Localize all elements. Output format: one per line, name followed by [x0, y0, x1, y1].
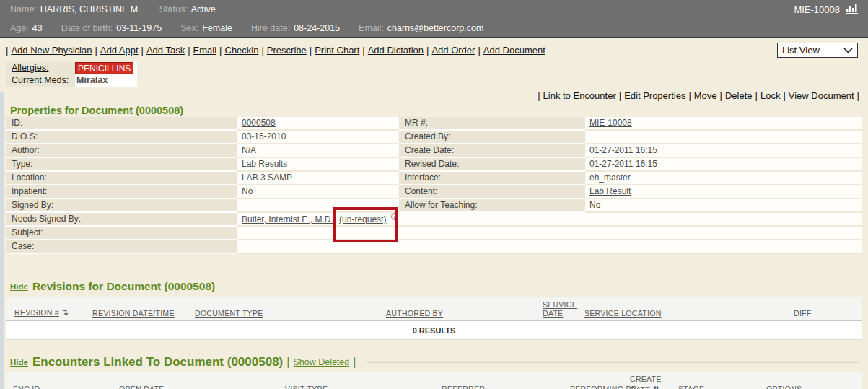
col-create-date-bottom: DATE⇅ [630, 385, 660, 389]
table-row: ID: 0000508 MR #: MIE-10008 [6, 117, 862, 131]
signer-link[interactable]: Butler, Internist E., M.D. [242, 214, 333, 224]
revised-date-value: 01-27-2011 16:15 [585, 158, 862, 172]
revisions-section-header: Hide Revisions for Document (0000508) [10, 280, 859, 293]
col-visit-type: VISIT TYPE [285, 385, 328, 389]
col-authored-by: AUTHORED BY [386, 309, 443, 318]
lock-link[interactable]: Lock [760, 90, 780, 101]
move-link[interactable]: Move [694, 90, 717, 101]
add-order-link[interactable]: Add Order [431, 45, 475, 56]
sort-desc-icon: ↴ [61, 307, 69, 318]
col-create-date-top: CREATE [630, 375, 662, 383]
table-row: Case: [6, 240, 862, 254]
demographic-item: Age: 43 [10, 23, 43, 33]
col-options: OPTIONS [766, 385, 802, 389]
interface-value: eh_master [585, 172, 862, 185]
col-stage: STAGE [678, 385, 704, 389]
hire-date-value: 08-24-2015 [294, 23, 340, 33]
inpatient-value: No [237, 185, 399, 199]
author-label: Author: [6, 144, 237, 158]
create-date-sort-link2[interactable]: DATE [630, 385, 650, 389]
content-cell: Lab Result [585, 185, 862, 199]
sex-value: Female [202, 23, 232, 33]
type-value: Lab Results [237, 158, 399, 172]
subject-value [237, 227, 862, 240]
col-diff: DIFF [794, 309, 812, 318]
properties-title: Properties for Document (0000508) [10, 105, 183, 116]
separator: | [141, 45, 144, 56]
bar-chart-icon[interactable] [846, 4, 858, 16]
print-chart-link[interactable]: Print Chart [315, 45, 359, 56]
location-value: LAB 3 SAMP [237, 172, 399, 185]
separator: | [857, 90, 859, 101]
stage-sort-link[interactable]: STAGE [678, 385, 704, 389]
prescribe-link[interactable]: Prescribe [267, 45, 307, 56]
add-dictation-link[interactable]: Add Dictation [368, 45, 424, 56]
chart-summary: Allergies: PENICILLINS Current Meds: Mir… [6, 62, 137, 87]
document-id-link[interactable]: 0000508 [242, 118, 276, 128]
type-label: Type: [6, 158, 237, 172]
table-row: Signed By: Allow for Teaching: No [6, 199, 862, 213]
demographics-bar: Age: 43 Date of birth: 03-11-1975 Sex: F… [0, 19, 868, 38]
mr-number-cell: MIE-10008 [585, 117, 862, 131]
enc-id-sort-link[interactable]: ENC ID [13, 385, 40, 389]
col-service-location: SERVICE LOCATION [584, 309, 662, 318]
hide-revisions-link[interactable]: Hide [10, 282, 28, 291]
col-revision-number: REVISION #↴ [14, 307, 69, 318]
demographic-item: Email: charris@bettercorp.com [359, 23, 483, 33]
allergies-row: Allergies: PENICILLINS [6, 62, 137, 74]
show-deleted-link[interactable]: Show Deleted [293, 357, 349, 367]
un-request-link[interactable]: (un-request) [339, 214, 386, 224]
dob-label: Date of birth: [61, 23, 113, 33]
allergy-penicillins-chip[interactable]: PENICILLINS [75, 62, 133, 74]
add-new-physician-link[interactable]: Add New Physician [11, 45, 92, 56]
med-miralax-link[interactable]: Miralax [75, 75, 108, 85]
current-meds-link[interactable]: Current Meds: [12, 75, 69, 85]
hide-encounters-link[interactable]: Hide [10, 358, 28, 367]
status-label: Status: [159, 4, 188, 14]
delete-link[interactable]: Delete [725, 90, 753, 101]
table-row: Inpatient: No Content: Lab Result [6, 185, 862, 199]
add-document-link[interactable]: Add Document [483, 45, 545, 56]
visit-type-sort-link[interactable]: VISIT TYPE [285, 385, 328, 389]
signed-by-value [237, 199, 399, 213]
subject-label: Subject: [6, 227, 237, 240]
open-date-sort-link[interactable]: OPEN DATE [119, 385, 165, 389]
status-value: Active [191, 4, 216, 14]
id-label: ID: [6, 117, 237, 131]
dos-label: D.O.S: [6, 131, 237, 144]
revision-number-sort-link[interactable]: REVISION # [14, 308, 59, 317]
allergies-link[interactable]: Allergies: [12, 63, 48, 73]
table-row: D.O.S: 03-16-2010 Created By: [6, 131, 862, 144]
col-open-date: OPEN DATE [119, 385, 165, 389]
checkin-link[interactable]: Checkin [225, 45, 259, 56]
separator: | [619, 90, 621, 101]
hire-date-label: Hire date: [251, 23, 290, 33]
patient-name: HARRIS, CHRISTINE M. [40, 4, 141, 14]
col-referrer: REFERRER [442, 385, 485, 389]
view-document-link[interactable]: View Document [789, 90, 854, 101]
create-date-sort-link[interactable]: CREATE [630, 375, 662, 383]
service-location-sort-link[interactable]: SERVICE LOCATION [584, 309, 662, 318]
revision-datetime-sort-link[interactable]: REVISION DATE/TIME [92, 309, 175, 318]
add-task-link[interactable]: Add Task [146, 45, 185, 56]
performing-provider-sort-link[interactable]: PERFORMING PR [570, 385, 637, 389]
table-row: Type: Lab Results Revised Date: 01-27-20… [6, 158, 862, 172]
content-lab-result-link[interactable]: Lab Result [589, 186, 631, 196]
edit-properties-link[interactable]: Edit Properties [624, 90, 685, 101]
view-select[interactable]: List View [777, 43, 858, 58]
separator: | [188, 45, 190, 56]
authored-by-sort-link[interactable]: AUTHORED BY [386, 309, 443, 318]
add-appt-link[interactable]: Add Appt [100, 45, 139, 56]
link-to-encounter-link[interactable]: Link to Encounter [543, 90, 616, 101]
revisions-panel: REVISION #↴ REVISION DATE/TIME DOCUMENT … [6, 297, 862, 340]
case-label: Case: [6, 240, 237, 254]
mr-number-link[interactable]: MIE-10008 [589, 118, 632, 128]
info-icon[interactable]: i [391, 213, 398, 220]
email-link[interactable]: Email [193, 45, 217, 56]
separator: | [219, 45, 222, 56]
name-label: Name: [10, 4, 37, 14]
patient-name-group: Name: HARRIS, CHRISTINE M. [10, 4, 141, 14]
referrer-sort-link[interactable]: REFERRER [442, 385, 485, 389]
service-date-sort-link[interactable]: SERVICE DATE [543, 300, 577, 318]
document-type-sort-link[interactable]: DOCUMENT TYPE [195, 309, 263, 318]
